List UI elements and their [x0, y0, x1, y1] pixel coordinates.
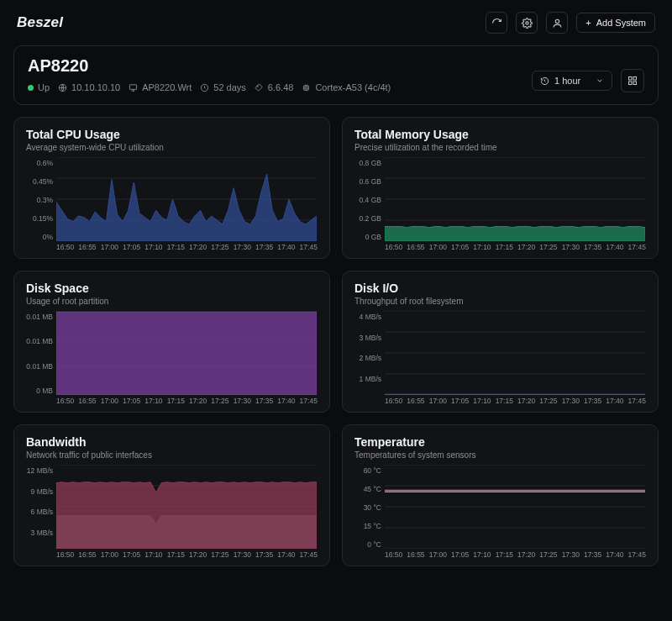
chart-title: Disk I/O: [354, 282, 646, 295]
brand-logo[interactable]: Beszel: [17, 14, 63, 31]
x-tick-label: 17:15: [496, 550, 513, 559]
x-tick-label: 17:15: [167, 397, 185, 405]
chart-plot[interactable]: [385, 465, 645, 549]
refresh-icon[interactable]: [486, 12, 507, 34]
system-header: AP8220 Up 10.10.10.10 AP8220.Wrt 52 days…: [13, 45, 659, 105]
x-tick-label: 17:20: [189, 550, 207, 559]
x-tick-label: 16:50: [385, 550, 402, 559]
user-icon[interactable]: [546, 12, 568, 34]
svg-point-5: [257, 85, 258, 86]
gear-icon[interactable]: [516, 12, 538, 34]
y-axis: 60 °C45 °C30 °C15 °C0 °C: [354, 465, 385, 549]
x-tick-label: 17:35: [584, 397, 601, 405]
chart-card-mem: Total Memory Usage Precise utilization a…: [342, 117, 659, 259]
monitor-icon: [129, 83, 138, 92]
x-tick-label: 17:00: [429, 397, 447, 405]
x-tick-label: 17:10: [473, 397, 491, 405]
x-tick-label: 17:40: [606, 397, 623, 405]
chart-grid: Total CPU Usage Average system-wide CPU …: [0, 117, 672, 580]
svg-rect-8: [629, 77, 633, 81]
status-label: Up: [38, 82, 50, 92]
y-axis: 0.6%0.45%0.3%0.15%0%: [26, 157, 56, 241]
x-axis: 16:5016:5517:0017:0517:1017:1517:2017:25…: [354, 549, 646, 559]
y-tick-label: 0.45%: [26, 177, 53, 186]
chart-title: Temperature: [354, 435, 646, 449]
y-tick-label: 0.01 MB: [26, 313, 53, 321]
grid-icon: [627, 76, 638, 86]
x-tick-label: 17:20: [517, 397, 535, 405]
x-tick-label: 17:25: [539, 243, 557, 251]
plus-icon: +: [585, 18, 591, 28]
host-pill: AP8220.Wrt: [129, 82, 192, 92]
x-tick-label: 17:20: [189, 397, 207, 405]
chart-subtitle: Temperatures of system sensors: [354, 450, 646, 460]
y-tick-label: 0.6 GB: [354, 177, 381, 186]
chart-plot[interactable]: [56, 311, 317, 395]
x-tick-label: 17:30: [234, 243, 251, 251]
add-system-label: Add System: [596, 18, 646, 28]
globe-icon: [58, 83, 67, 92]
add-system-button[interactable]: + Add System: [576, 13, 655, 33]
y-tick-label: 0 GB: [354, 233, 381, 241]
chart-plot[interactable]: [385, 157, 645, 241]
system-meta: Up 10.10.10.10 AP8220.Wrt 52 days 6.6.48…: [28, 82, 391, 92]
x-tick-label: 16:50: [56, 550, 74, 559]
x-tick-label: 17:10: [473, 550, 491, 559]
x-tick-label: 17:35: [255, 550, 273, 559]
ip-pill: 10.10.10.10: [58, 82, 120, 92]
y-tick-label: 0.8 GB: [354, 159, 381, 167]
svg-rect-11: [633, 82, 637, 85]
x-tick-label: 17:25: [211, 397, 228, 405]
chart-card-disk: Disk Space Usage of root partition 0.01 …: [13, 271, 330, 413]
time-range-select[interactable]: 1 hour: [532, 71, 612, 91]
x-tick-label: 17:25: [211, 243, 228, 251]
x-axis: 16:5016:5517:0017:0517:1017:1517:2017:25…: [26, 549, 318, 559]
x-tick-label: 17:45: [300, 550, 318, 559]
cpu-pill: Cortex-A53 (4c/4t): [302, 82, 391, 92]
x-tick-label: 17:30: [234, 550, 251, 559]
chart-card-temp: Temperature Temperatures of system senso…: [342, 424, 659, 566]
x-tick-label: 16:50: [385, 243, 402, 251]
chart-title: Disk Space: [26, 282, 318, 295]
x-tick-label: 17:30: [562, 243, 580, 251]
x-tick-label: 17:00: [429, 550, 447, 559]
clock-icon: [200, 83, 209, 92]
y-tick-label: 0.4 GB: [354, 196, 381, 204]
dashboard-layout-button[interactable]: [621, 69, 644, 92]
x-tick-label: 16:50: [56, 397, 74, 405]
chart-card-bw: Bandwidth Network traffic of public inte…: [13, 424, 330, 566]
chart-title: Total CPU Usage: [26, 128, 318, 141]
y-tick-label: 0.15%: [26, 214, 53, 223]
x-tick-label: 17:05: [123, 550, 140, 559]
y-tick-label: 0 °C: [354, 540, 381, 549]
x-tick-label: 17:30: [562, 550, 580, 559]
chart-plot[interactable]: [56, 465, 317, 549]
x-tick-label: 16:55: [407, 550, 424, 559]
x-tick-label: 17:25: [211, 550, 228, 559]
chart-plot[interactable]: [56, 157, 317, 241]
chart-plot[interactable]: [385, 311, 645, 395]
y-axis: 4 MB/s3 MB/s2 MB/s1 MB/s: [354, 311, 385, 395]
x-tick-label: 17:05: [123, 397, 140, 405]
x-tick-label: 17:45: [628, 397, 646, 405]
x-tick-label: 16:55: [78, 397, 96, 405]
svg-rect-10: [629, 82, 633, 85]
y-tick-label: 0.6%: [26, 159, 53, 167]
y-axis: 12 MB/s9 MB/s6 MB/s3 MB/s: [26, 465, 56, 549]
ip-label: 10.10.10.10: [71, 82, 120, 92]
chart-subtitle: Network traffic of public interfaces: [26, 450, 318, 460]
topbar-actions: + Add System: [486, 12, 655, 34]
version-pill: 6.6.48: [255, 82, 294, 92]
y-tick-label: 2 MB/s: [354, 354, 381, 362]
x-tick-label: 17:30: [234, 397, 251, 405]
x-tick-label: 17:15: [167, 243, 185, 251]
status-badge: Up: [28, 82, 50, 92]
y-tick-label: 15 °C: [354, 522, 381, 530]
x-axis: 16:5016:5517:0017:0517:1017:1517:2017:25…: [354, 395, 646, 405]
chart-subtitle: Throughput of root filesystem: [354, 297, 646, 306]
tag-icon: [255, 83, 264, 92]
x-tick-label: 17:30: [562, 397, 580, 405]
y-tick-label: 9 MB/s: [26, 487, 53, 496]
svg-rect-6: [304, 85, 309, 90]
x-tick-label: 17:20: [189, 243, 207, 251]
